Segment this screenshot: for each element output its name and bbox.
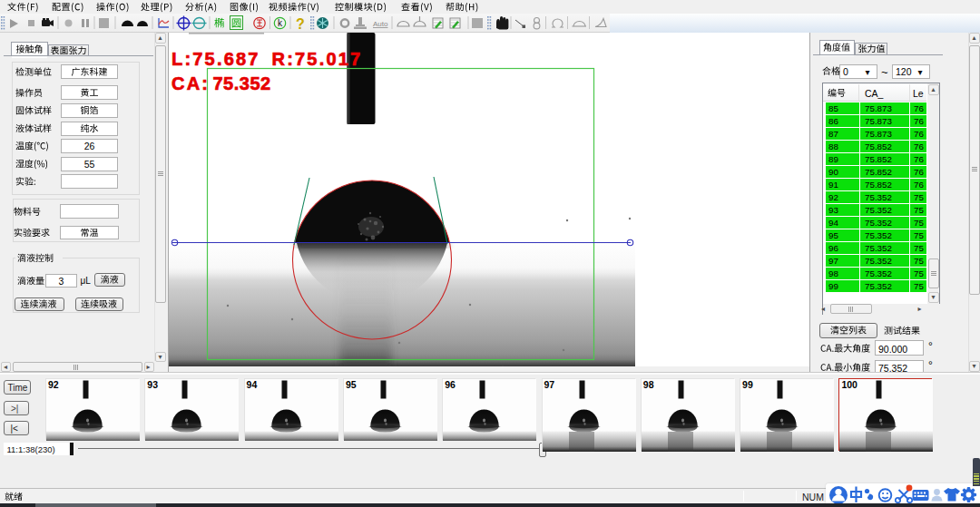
- svg-text:R:75.017: R:75.017: [272, 49, 363, 69]
- svg-text:Auto: Auto: [373, 20, 388, 28]
- svg-text:CA:: CA:: [172, 73, 210, 93]
- svg-text:L:75.687: L:75.687: [172, 49, 260, 69]
- svg-text:k: k: [278, 18, 283, 28]
- svg-text:?: ?: [296, 16, 305, 32]
- svg-text:75.352: 75.352: [213, 73, 271, 93]
